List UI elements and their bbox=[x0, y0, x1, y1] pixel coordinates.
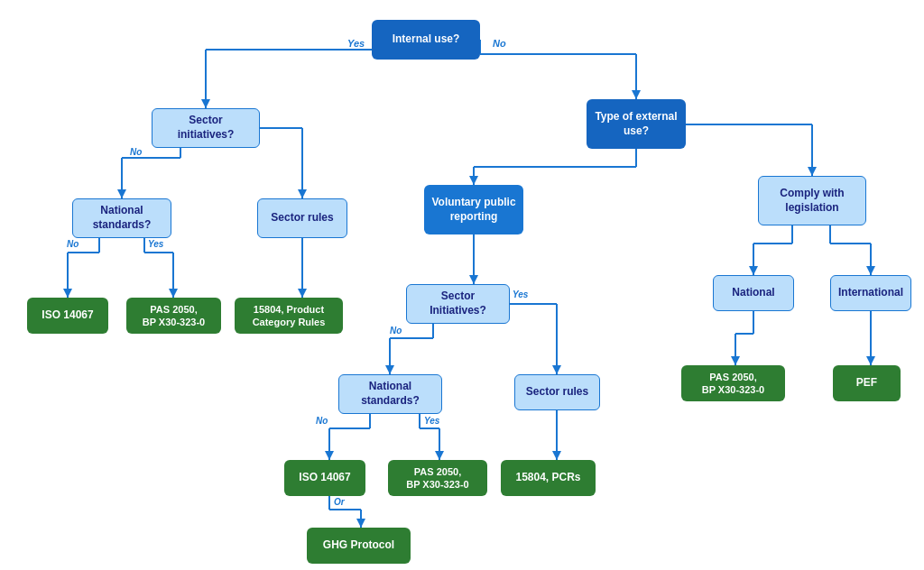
pcrs-node: 15804, PCRs bbox=[501, 460, 596, 496]
sector-rules-1-node: Sector rules bbox=[257, 198, 347, 238]
svg-marker-33 bbox=[469, 275, 478, 284]
pcrs-label: 15804, PCRs bbox=[515, 471, 580, 485]
iso-14067-2-label: ISO 14067 bbox=[299, 471, 350, 485]
pas-2050-1-label: PAS 2050, BP X30-323-0 bbox=[143, 303, 206, 329]
national-standards-1-node: National standards? bbox=[72, 198, 171, 238]
type-external-label: Type of external use? bbox=[594, 110, 679, 138]
svg-marker-54 bbox=[866, 356, 875, 365]
svg-marker-68 bbox=[356, 519, 365, 528]
internal-use-label: Internal use? bbox=[393, 32, 460, 47]
ghg-protocol-label: GHG Protocol bbox=[323, 538, 394, 553]
national-node: National bbox=[713, 275, 794, 311]
product-cat-rules-label: 15804, Product Category Rules bbox=[253, 303, 326, 329]
pas-2050-2-label: PAS 2050, BP X30-323-0 bbox=[406, 465, 469, 492]
svg-text:Yes: Yes bbox=[347, 38, 365, 49]
svg-text:No: No bbox=[130, 147, 142, 157]
national-label: National bbox=[732, 286, 774, 300]
internal-use-node: Internal use? bbox=[372, 20, 480, 60]
pas-2050-2-node: PAS 2050, BP X30-323-0 bbox=[388, 460, 487, 496]
comply-legislation-node: Comply with legislation bbox=[758, 176, 866, 225]
svg-text:Yes: Yes bbox=[513, 290, 529, 299]
sector-initiatives-1-node: Sector initiatives? bbox=[152, 108, 260, 148]
ghg-protocol-node: GHG Protocol bbox=[307, 528, 411, 564]
svg-marker-58 bbox=[325, 451, 334, 460]
voluntary-reporting-node: Voluntary public reporting bbox=[424, 185, 523, 234]
svg-marker-37 bbox=[385, 365, 394, 374]
svg-marker-40 bbox=[552, 365, 561, 374]
pef-node: PEF bbox=[833, 365, 901, 401]
svg-marker-24 bbox=[298, 289, 307, 298]
svg-marker-28 bbox=[469, 176, 478, 185]
sector-initiatives-2-node: Sector Initiatives? bbox=[406, 284, 510, 324]
pas-2050-nat-node: PAS 2050, BP X30-323-0 bbox=[681, 365, 785, 401]
international-node: International bbox=[830, 275, 911, 311]
national-standards-2-label: National standards? bbox=[346, 380, 434, 408]
svg-marker-44 bbox=[749, 266, 758, 275]
svg-marker-14 bbox=[298, 189, 307, 198]
svg-marker-64 bbox=[552, 451, 561, 460]
iso-14067-1-node: ISO 14067 bbox=[27, 298, 108, 334]
sector-rules-2-node: Sector rules bbox=[514, 374, 600, 410]
sector-rules-2-label: Sector rules bbox=[526, 385, 588, 400]
sector-rules-1-label: Sector rules bbox=[271, 211, 333, 225]
svg-text:No: No bbox=[493, 38, 506, 49]
svg-marker-18 bbox=[63, 289, 72, 298]
svg-marker-31 bbox=[808, 167, 817, 176]
national-standards-2-node: National standards? bbox=[338, 374, 442, 414]
svg-text:No: No bbox=[390, 326, 402, 336]
sector-initiatives-1-label: Sector initiatives? bbox=[160, 114, 252, 142]
pas-2050-1-node: PAS 2050, BP X30-323-0 bbox=[126, 298, 221, 334]
type-external-node: Type of external use? bbox=[587, 99, 686, 149]
iso-14067-2-node: ISO 14067 bbox=[284, 460, 365, 496]
product-cat-rules-node: 15804, Product Category Rules bbox=[235, 298, 343, 334]
voluntary-reporting-label: Voluntary public reporting bbox=[431, 196, 516, 224]
sector-initiatives-2-label: Sector Initiatives? bbox=[414, 290, 502, 317]
svg-text:Yes: Yes bbox=[148, 239, 164, 249]
svg-text:Or: Or bbox=[334, 497, 346, 507]
comply-legislation-label: Comply with legislation bbox=[766, 187, 858, 215]
flowchart-diagram: Yes No No Yes No Yes No Yes No Yes Or In… bbox=[0, 0, 924, 570]
pef-label: PEF bbox=[856, 376, 877, 391]
pas-2050-nat-label: PAS 2050, BP X30-323-0 bbox=[702, 371, 765, 397]
iso-14067-1-label: ISO 14067 bbox=[42, 308, 93, 323]
svg-marker-3 bbox=[201, 99, 210, 108]
svg-text:No: No bbox=[316, 416, 328, 426]
svg-marker-48 bbox=[866, 266, 875, 275]
svg-marker-22 bbox=[169, 289, 178, 298]
svg-marker-52 bbox=[731, 356, 740, 365]
svg-marker-7 bbox=[632, 90, 641, 99]
svg-marker-62 bbox=[435, 451, 444, 460]
svg-text:No: No bbox=[67, 239, 79, 249]
national-standards-1-label: National standards? bbox=[80, 204, 163, 232]
international-label: International bbox=[838, 286, 903, 300]
svg-marker-11 bbox=[117, 189, 126, 198]
svg-text:Yes: Yes bbox=[424, 416, 440, 426]
